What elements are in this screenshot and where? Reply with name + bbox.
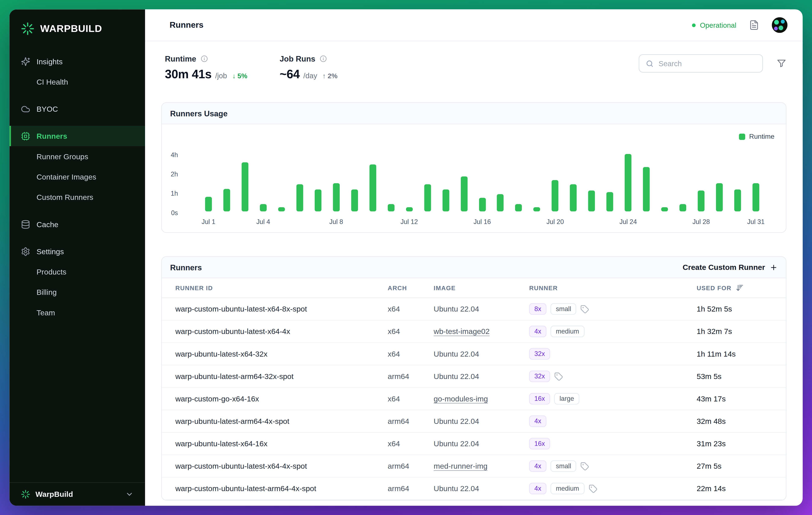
size-badge: small	[551, 460, 576, 472]
usage-bar	[716, 183, 723, 211]
runner-row[interactable]: warp-ubuntu-latest-arm64-4x-spotarm64Ubu…	[162, 410, 786, 433]
search-box[interactable]	[639, 54, 763, 73]
sidebar-item-label: Cache	[36, 220, 58, 228]
runner-arch: x64	[388, 305, 434, 313]
status-dot-icon	[692, 23, 696, 27]
usage-bar	[643, 167, 650, 211]
sidebar-item-insights[interactable]: Insights	[9, 51, 145, 71]
x-axis-label: Jul 16	[473, 218, 491, 226]
stat-value: 30m 41s	[165, 67, 212, 81]
org-switcher[interactable]: WarpBuild	[9, 482, 145, 506]
runner-badges: 16x	[529, 438, 697, 450]
x-axis-label: Jul 1	[202, 218, 215, 226]
runner-row[interactable]: warp-custom-ubuntu-latest-x64-4x-spotarm…	[162, 455, 786, 478]
sidebar-item-runners[interactable]: Runners	[9, 126, 145, 146]
usage-card: Runners Usage Runtime 4h 2h 1h 0s J	[161, 103, 787, 233]
desktop: WARPBUILD Insights CI Health BYOC	[0, 0, 812, 515]
create-custom-runner-label: Create Custom Runner	[683, 263, 765, 271]
sidebar-item-settings[interactable]: Settings	[9, 241, 145, 261]
multiplier-badge: 8x	[529, 303, 546, 315]
sidebar-item-billing[interactable]: Billing	[9, 282, 145, 302]
image-name: Ubuntu 22.04	[434, 439, 479, 448]
runner-arch: x64	[388, 327, 434, 336]
legend-label: Runtime	[749, 133, 774, 140]
runner-id: warp-custom-ubuntu-latest-arm64-4x-spot	[175, 484, 387, 493]
usage-bar	[442, 190, 449, 211]
runner-badges: 8xsmall	[529, 303, 697, 315]
sidebar-item-ci-health[interactable]: CI Health	[9, 71, 145, 92]
avatar[interactable]	[772, 17, 787, 33]
bar-slot	[437, 150, 455, 211]
runner-image-cell: med-runner-img	[434, 462, 529, 470]
column-header-image: IMAGE	[434, 284, 529, 292]
runner-arch: x64	[388, 395, 434, 403]
runner-id: warp-ubuntu-latest-x64-32x	[175, 350, 387, 358]
runner-id: warp-custom-ubuntu-latest-x64-4x	[175, 327, 387, 336]
usage-bar	[370, 165, 376, 211]
filter-icon[interactable]	[777, 58, 786, 68]
legend-swatch-icon	[738, 134, 745, 140]
sidebar-item-byoc[interactable]: BYOC	[9, 98, 145, 119]
runner-id: warp-ubuntu-latest-arm64-4x-spot	[175, 417, 387, 425]
bar-slot	[692, 150, 710, 211]
create-custom-runner-button[interactable]: Create Custom Runner	[683, 263, 778, 271]
image-name: Ubuntu 22.04	[434, 350, 479, 358]
stat-unit: /job	[215, 71, 227, 80]
x-axis-label: Jul 4	[256, 218, 270, 226]
image-link[interactable]: go-modules-img	[434, 395, 488, 403]
search-input[interactable]	[659, 59, 756, 67]
runner-row[interactable]: warp-custom-go-x64-16xx64go-modules-img1…	[162, 388, 786, 410]
top-bar-right: Operational	[692, 17, 787, 33]
sidebar-item-container-images[interactable]: Container Images	[9, 167, 145, 187]
sidebar-item-cache[interactable]: Cache	[9, 214, 145, 234]
runner-arch: arm64	[388, 484, 434, 493]
sidebar-item-label: Billing	[36, 288, 57, 296]
sidebar-item-label: Settings	[36, 247, 64, 256]
gear-icon	[21, 247, 30, 256]
bar-slot	[236, 150, 254, 211]
image-link[interactable]: med-runner-img	[434, 462, 488, 470]
usage-chart-plot: Jul 1Jul 4Jul 8Jul 12Jul 16Jul 20Jul 24J…	[199, 150, 765, 211]
image-name: Ubuntu 22.04	[434, 372, 479, 380]
runner-row[interactable]: warp-custom-ubuntu-latest-x64-8x-spotx64…	[162, 298, 786, 320]
column-header-arch: ARCH	[388, 284, 434, 292]
sidebar-item-runner-groups[interactable]: Runner Groups	[9, 146, 145, 167]
runner-row[interactable]: warp-custom-ubuntu-latest-x64-4xx64wb-te…	[162, 320, 786, 343]
sidebar-item-label: Container Images	[36, 173, 96, 181]
bar-slot	[601, 150, 619, 211]
x-axis-label: Jul 8	[329, 218, 343, 226]
runner-image-cell: wb-test-image02	[434, 327, 529, 336]
trend-down-indicator: ↓ 5%	[232, 72, 247, 80]
nav-section-gap	[9, 234, 145, 241]
runner-row[interactable]: warp-ubuntu-latest-arm64-32x-spotarm64Ub…	[162, 366, 786, 388]
runner-id: warp-custom-go-x64-16x	[175, 395, 387, 403]
info-icon[interactable]	[320, 55, 327, 63]
usage-bar	[753, 183, 759, 211]
stats-row: Runtime 30m 41s /job ↓ 5% Job Runs	[161, 41, 787, 81]
org-name: WarpBuild	[35, 490, 73, 498]
info-icon[interactable]	[200, 55, 208, 63]
bar-slot	[327, 150, 345, 211]
multiplier-badge: 32x	[529, 371, 550, 382]
logo: WARPBUILD	[9, 9, 145, 46]
sort-descending-icon[interactable]	[736, 284, 744, 292]
runner-badges: 32x	[529, 348, 697, 360]
usage-bar	[533, 207, 540, 211]
usage-bar	[515, 204, 522, 211]
runner-row[interactable]: warp-ubuntu-latest-x64-16xx64Ubuntu 22.0…	[162, 433, 786, 455]
usage-bar	[351, 190, 358, 211]
usage-bar	[497, 194, 504, 211]
sidebar-item-products[interactable]: Products	[9, 261, 145, 282]
status-badge[interactable]: Operational	[692, 21, 736, 29]
image-name: Ubuntu 22.04	[434, 305, 479, 313]
bar-slot	[199, 150, 218, 211]
image-link[interactable]: wb-test-image02	[434, 327, 490, 336]
docs-icon[interactable]	[749, 20, 759, 30]
usage-bar	[698, 191, 704, 211]
runner-row[interactable]: warp-ubuntu-latest-x64-32xx64Ubuntu 22.0…	[162, 343, 786, 365]
usage-bar	[734, 190, 741, 211]
runner-used-for: 22m 14s	[697, 484, 773, 493]
sidebar-item-custom-runners[interactable]: Custom Runners	[9, 187, 145, 207]
sidebar-item-team[interactable]: Team	[9, 302, 145, 322]
runner-row[interactable]: warp-custom-ubuntu-latest-arm64-4x-spota…	[162, 478, 786, 500]
